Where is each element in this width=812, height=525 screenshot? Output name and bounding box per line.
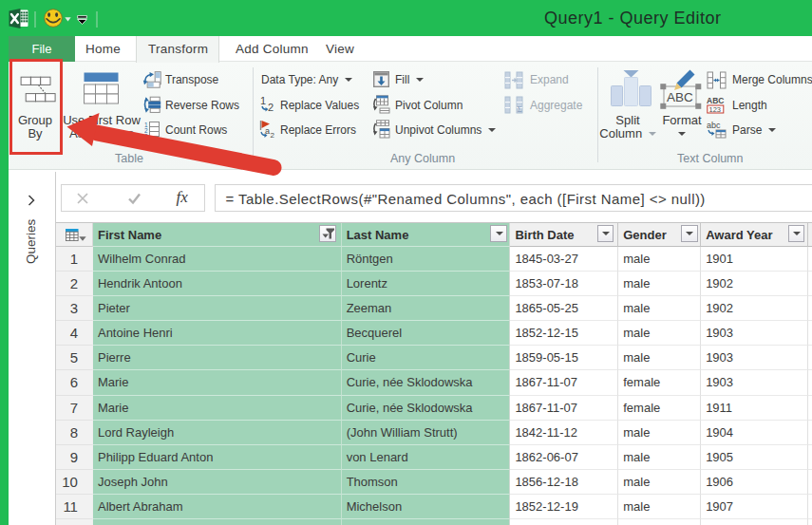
svg-text:ABC: ABC [667,90,693,104]
svg-text:ABC: ABC [707,96,724,105]
svg-text:123: 123 [709,105,722,114]
svg-text:Σ: Σ [518,104,522,114]
svg-text:abc: abc [707,121,721,130]
